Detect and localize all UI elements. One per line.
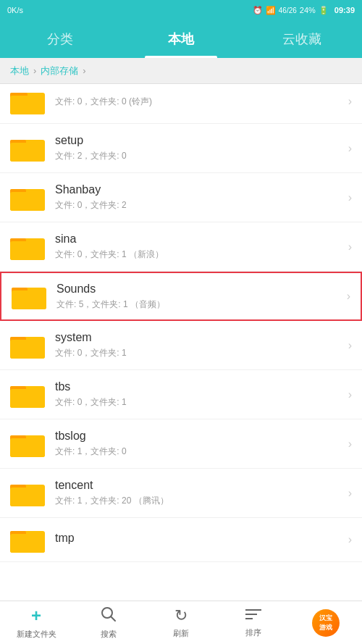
time-display: 09:39 [334,6,355,14]
folder-icon-sina [10,233,45,262]
file-name-system: system [55,331,342,344]
file-info: 文件: 0，文件夹: 0 (铃声) [55,96,342,108]
tab-fenlei[interactable]: 分类 [0,20,121,58]
list-item-system[interactable]: system 文件: 0，文件夹: 1 › [0,321,362,370]
file-name-tbslog: tbslog [55,430,342,443]
chevron-icon-tencent: › [348,487,352,500]
file-info-system: system 文件: 0，文件夹: 1 [55,331,342,359]
chevron-icon-sina: › [348,241,352,254]
folder-icon-shanbay [10,183,45,212]
folder-icon-tbs [10,380,45,409]
file-list: 文件: 0，文件夹: 0 (铃声) › setup 文件: 2，文件夹: 0 › [0,84,362,601]
svg-rect-11 [10,241,45,260]
svg-rect-2 [10,96,45,114]
breadcrumb-sep-1: › [33,65,36,76]
file-info-setup: setup 文件: 2，文件夹: 0 [55,134,342,162]
file-info-tencent: tencent 文件: 1，文件夹: 20 （腾讯） [55,479,342,507]
file-name-tmp: tmp [55,532,342,545]
svg-line-31 [111,616,115,621]
chevron-icon-tbs: › [348,388,352,401]
file-info-sina: sina 文件: 0，文件夹: 1 （新浪） [55,233,342,261]
battery-text: 24% [300,6,316,14]
file-name-tbs: tbs [55,380,342,393]
chevron-icon-tmp: › [348,533,352,546]
file-name-setup: setup [55,134,342,147]
file-info-sounds: Sounds 文件: 5，文件夹: 1 （音频） [56,283,341,311]
status-icons: ⏰ 📶 46/26 24% 🔋 09:39 [253,6,355,15]
nav-sort[interactable]: 排序 [217,601,290,644]
folder-icon-sounds [12,282,46,311]
folder-icon-tmp [10,525,45,554]
status-bar: 0K/s ⏰ 📶 46/26 24% 🔋 09:39 [0,0,362,20]
tab-bendi[interactable]: 本地 [121,20,242,58]
avatar: 汉宝游戏 [312,609,340,637]
file-name-tencent: tencent [55,479,342,492]
list-item-partial-top[interactable]: 文件: 0，文件夹: 0 (铃声) › [0,84,362,124]
file-meta-partial-top: 文件: 0，文件夹: 0 (铃声) [55,96,342,108]
list-item-setup[interactable]: setup 文件: 2，文件夹: 0 › [0,124,362,173]
file-meta-sounds: 文件: 5，文件夹: 1 （音频） [56,298,341,311]
bottom-nav: + 新建文件夹 搜索 ↻ 刷新 排序 汉宝游戏 [0,601,362,644]
svg-rect-5 [10,143,45,162]
svg-rect-29 [10,534,45,553]
nav-refresh-label: 刷新 [173,628,189,639]
svg-rect-20 [10,389,45,408]
refresh-icon: ↻ [174,606,188,625]
svg-rect-14 [12,290,46,309]
folder-icon-tbslog [10,430,45,459]
file-info-shanbay: Shanbay 文件: 0，文件夹: 2 [55,183,342,212]
list-item-tmp[interactable]: tmp › [0,518,362,562]
breadcrumb-sep-2: › [83,65,85,76]
battery-icon: 🔋 [319,6,329,15]
list-item-tencent[interactable]: tencent 文件: 1，文件夹: 20 （腾讯） › [0,469,362,518]
chevron-icon: › [348,95,352,108]
file-info-tbs: tbs 文件: 0，文件夹: 1 [55,380,342,409]
file-meta-sina: 文件: 0，文件夹: 1 （新浪） [55,248,342,261]
file-info-tbslog: tbslog 文件: 1，文件夹: 0 [55,430,342,458]
chevron-icon-sounds: › [347,290,350,303]
search-icon [101,606,117,626]
file-meta-shanbay: 文件: 0，文件夹: 2 [55,199,342,212]
nav-new-folder-label: 新建文件夹 [17,629,56,640]
folder-icon-setup [10,134,45,163]
file-meta-tencent: 文件: 1，文件夹: 20 （腾讯） [55,495,342,507]
signal-icon: 46/26 [279,7,297,14]
svg-rect-23 [10,438,45,457]
nav-refresh[interactable]: ↻ 刷新 [145,601,217,644]
tab-yunshoucan[interactable]: 云收藏 [241,20,362,58]
folder-icon-system [10,331,45,360]
file-info-tmp: tmp [55,532,342,548]
file-name-shanbay: Shanbay [55,183,342,196]
chevron-icon-tbslog: › [348,438,352,451]
chevron-icon-shanbay: › [348,191,352,204]
file-meta-setup: 文件: 2，文件夹: 0 [55,150,342,162]
plus-icon: + [31,606,41,626]
chevron-icon-system: › [348,339,352,352]
nav-user[interactable]: 汉宝游戏 [290,601,362,644]
file-meta-tbslog: 文件: 1，文件夹: 0 [55,446,342,458]
file-meta-tbs: 文件: 0，文件夹: 1 [55,396,342,409]
tab-bar: 分类 本地 云收藏 [0,20,362,58]
list-item-sina[interactable]: sina 文件: 0，文件夹: 1 （新浪） › [0,222,362,272]
sort-icon [245,608,261,624]
breadcrumb: 本地 › 内部存储 › [0,58,362,84]
file-meta-system: 文件: 0，文件夹: 1 [55,347,342,359]
list-item-tbslog[interactable]: tbslog 文件: 1，文件夹: 0 › [0,419,362,469]
folder-icon-tencent [10,479,45,508]
list-item-tbs[interactable]: tbs 文件: 0，文件夹: 1 › [0,370,362,419]
status-speed: 0K/s [7,0,23,20]
list-item-sounds[interactable]: Sounds 文件: 5，文件夹: 1 （音频） › [0,272,362,321]
breadcrumb-internal[interactable]: 内部存储 [41,64,78,78]
folder-icon [10,87,45,116]
breadcrumb-home[interactable]: 本地 [10,64,29,78]
nav-new-folder[interactable]: + 新建文件夹 [0,601,72,644]
svg-rect-17 [10,340,45,359]
file-name-sina: sina [55,233,342,246]
list-item-shanbay[interactable]: Shanbay 文件: 0，文件夹: 2 › [0,173,362,222]
clock-icon: ⏰ [253,6,263,15]
file-name-sounds: Sounds [56,283,341,296]
svg-rect-26 [10,488,45,506]
wifi-icon: 📶 [266,6,276,15]
nav-search[interactable]: 搜索 [72,601,145,644]
svg-rect-8 [10,192,45,211]
